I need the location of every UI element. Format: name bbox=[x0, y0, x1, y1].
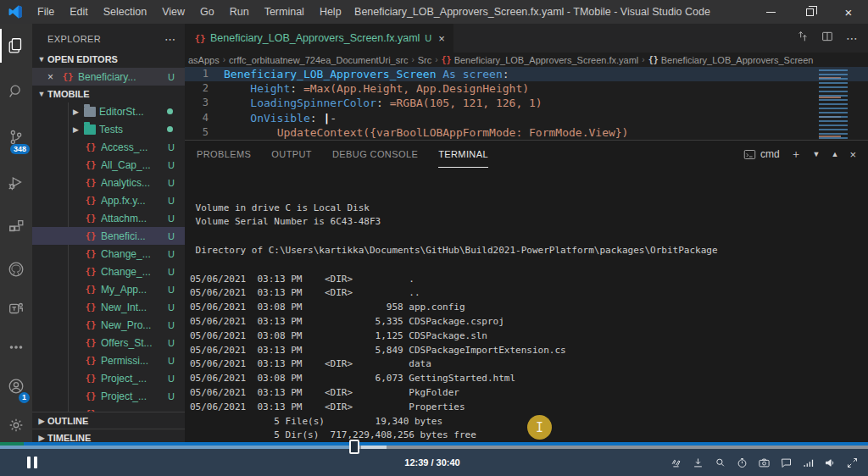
quality-bars-icon[interactable] bbox=[801, 456, 815, 470]
folder-item[interactable]: ▶EditorSt... bbox=[32, 102, 185, 120]
source-control-icon[interactable]: 348 bbox=[0, 125, 32, 149]
pause-button[interactable] bbox=[27, 457, 37, 468]
extensions-icon[interactable] bbox=[0, 215, 32, 239]
terminal-line: 05/06/2021 03:13 PM <DIR> PkgFolder bbox=[190, 386, 865, 401]
menu-item-go[interactable]: Go bbox=[192, 0, 222, 24]
menu-item-run[interactable]: Run bbox=[222, 0, 257, 24]
git-status-badge: U bbox=[168, 391, 175, 401]
menu-item-edit[interactable]: Edit bbox=[62, 0, 96, 24]
close-editor-icon[interactable]: × bbox=[47, 71, 61, 83]
window-title: Beneficiary_LOB_Approvers_Screen.fx.yaml… bbox=[314, 6, 751, 18]
close-panel-icon[interactable]: × bbox=[849, 148, 856, 161]
yaml-file-icon: {} bbox=[84, 302, 97, 313]
breadcrumb-item[interactable]: {}Beneficiary_LOB_Approvers_Screen.fx.ya… bbox=[442, 55, 639, 65]
account-icon[interactable]: 1 bbox=[0, 374, 32, 398]
settings-gear-icon[interactable] bbox=[0, 413, 32, 437]
bottom-panel: PROBLEMSOUTPUTDEBUG CONSOLETERMINAL cmd … bbox=[185, 140, 868, 442]
file-item[interactable]: {}Benefici...U bbox=[32, 227, 185, 245]
terminal-line: 05/06/2021 03:08 PM 6,073 GettingStarted… bbox=[190, 372, 865, 386]
minimize-button[interactable] bbox=[751, 0, 790, 24]
terminal-output[interactable]: Volume in drive C is Local Disk Volume S… bbox=[190, 173, 865, 442]
file-item[interactable]: {} bbox=[32, 405, 185, 412]
file-item[interactable]: {}New_Pro...U bbox=[32, 316, 185, 334]
terminal-line bbox=[190, 230, 865, 244]
chevron-right-icon: ▶ bbox=[73, 125, 84, 134]
file-item[interactable]: {}Attachm...U bbox=[32, 209, 185, 227]
yaml-file-icon: {} bbox=[84, 195, 97, 206]
shell-selector[interactable]: cmd bbox=[743, 148, 780, 160]
menu-item-file[interactable]: File bbox=[30, 0, 62, 24]
file-item[interactable]: {}App.fx.y...U bbox=[32, 191, 185, 209]
breadcrumb-item[interactable]: crffc_orbituatnew_724ea_DocumentUri_src bbox=[229, 55, 408, 65]
file-item[interactable]: {}Change_...U bbox=[32, 263, 185, 280]
volume-icon[interactable] bbox=[823, 456, 837, 470]
playback-speed-icon[interactable] bbox=[735, 456, 749, 470]
file-item[interactable]: {}Project_...U bbox=[32, 369, 185, 387]
sign-language-icon[interactable] bbox=[669, 456, 683, 470]
restore-button[interactable] bbox=[790, 0, 829, 24]
line-number: 2 bbox=[185, 81, 224, 96]
code-line[interactable]: 2 Height: =Max(App.Height, App.DesignHei… bbox=[185, 81, 868, 96]
activity-bar: 348 1 bbox=[0, 24, 32, 442]
open-editor-item[interactable]: × {} Beneficiary... U bbox=[32, 68, 185, 86]
file-item[interactable]: {}New_Int...U bbox=[32, 298, 185, 316]
breadcrumb-item[interactable]: Src bbox=[418, 55, 432, 65]
line-number: 5 bbox=[185, 125, 224, 140]
tab-beneficiary-yaml[interactable]: {} Beneficiary_LOB_Approvers_Screen.fx.y… bbox=[185, 24, 453, 53]
yaml-file-icon: {} bbox=[193, 33, 207, 44]
new-terminal-icon[interactable]: ＋ bbox=[791, 147, 802, 162]
explorer-more-actions-icon[interactable]: ⋯ bbox=[164, 33, 176, 46]
file-item[interactable]: {}Analytics...U bbox=[32, 174, 185, 191]
video-seekbar[interactable] bbox=[0, 446, 868, 449]
folder-item[interactable]: ▶Tests bbox=[32, 120, 185, 138]
code-line[interactable]: 5 UpdateContext({varBoolLOBAppFormMode: … bbox=[185, 125, 868, 140]
zoom-icon[interactable] bbox=[713, 456, 727, 470]
terminal-dropdown-icon[interactable]: ▼ bbox=[813, 150, 821, 158]
file-item[interactable]: {}Permissi...U bbox=[32, 351, 185, 369]
project-section[interactable]: ▼ TMOBILE bbox=[32, 86, 185, 102]
open-editors-section[interactable]: ▼ OPEN EDITORS bbox=[32, 51, 185, 68]
code-line[interactable]: 1Beneficiary_LOB_Approvers_Screen As scr… bbox=[185, 67, 868, 81]
panel-tab-debug-console[interactable]: DEBUG CONSOLE bbox=[332, 141, 418, 168]
teams-icon[interactable] bbox=[0, 296, 32, 320]
explorer-icon[interactable] bbox=[0, 34, 32, 58]
more-views-icon[interactable] bbox=[0, 335, 32, 359]
maximize-panel-icon[interactable]: ▲ bbox=[831, 150, 838, 158]
screenshot-camera-icon[interactable] bbox=[757, 456, 771, 470]
breadcrumb-item[interactable]: asApps bbox=[188, 55, 220, 65]
run-debug-icon[interactable] bbox=[0, 171, 32, 195]
seekbar-handle[interactable] bbox=[349, 440, 359, 454]
chat-icon[interactable] bbox=[779, 456, 793, 470]
outline-section[interactable]: ▶ OUTLINE bbox=[32, 412, 185, 429]
minimap[interactable] bbox=[814, 67, 866, 140]
close-button[interactable]: × bbox=[829, 0, 868, 24]
breadcrumb-separator: › bbox=[435, 55, 437, 64]
code-line[interactable]: 4 OnVisible: |- bbox=[185, 111, 868, 125]
search-icon[interactable] bbox=[0, 80, 32, 103]
more-actions-icon[interactable]: ⋯ bbox=[846, 31, 858, 45]
yaml-file-icon: {} bbox=[84, 390, 97, 401]
menu-item-terminal[interactable]: Terminal bbox=[257, 0, 312, 24]
timeline-section[interactable]: ▶ TIMELINE bbox=[32, 429, 185, 442]
tab-close-icon[interactable]: × bbox=[438, 32, 445, 45]
panel-tab-terminal[interactable]: TERMINAL bbox=[438, 141, 488, 168]
menu-item-selection[interactable]: Selection bbox=[96, 0, 154, 24]
download-icon[interactable] bbox=[691, 456, 705, 470]
file-item[interactable]: {}Project_...U bbox=[32, 387, 185, 405]
panel-tab-output[interactable]: OUTPUT bbox=[271, 141, 312, 168]
panel-tab-problems[interactable]: PROBLEMS bbox=[197, 141, 251, 168]
code-line[interactable]: 3 LoadingSpinnerColor: =RGBA(105, 121, 1… bbox=[185, 96, 868, 110]
file-item[interactable]: {}My_App...U bbox=[32, 280, 185, 298]
file-item[interactable]: {}Offers_St...U bbox=[32, 334, 185, 351]
file-item[interactable]: {}Access_...U bbox=[32, 138, 185, 156]
code-editor[interactable]: 1Beneficiary_LOB_Approvers_Screen As scr… bbox=[185, 67, 868, 140]
split-editor-icon[interactable] bbox=[821, 30, 834, 47]
breadcrumb-item[interactable]: {}Beneficiary_LOB_Approvers_Screen bbox=[648, 55, 814, 65]
open-changes-icon[interactable] bbox=[795, 30, 809, 47]
menu-item-view[interactable]: View bbox=[154, 0, 192, 24]
github-icon[interactable] bbox=[0, 257, 32, 281]
yaml-file-icon: {} bbox=[84, 159, 97, 170]
fullscreen-icon[interactable] bbox=[845, 456, 860, 470]
file-item[interactable]: {}All_Cap_...U bbox=[32, 156, 185, 174]
file-item[interactable]: {}Change_...U bbox=[32, 245, 185, 263]
